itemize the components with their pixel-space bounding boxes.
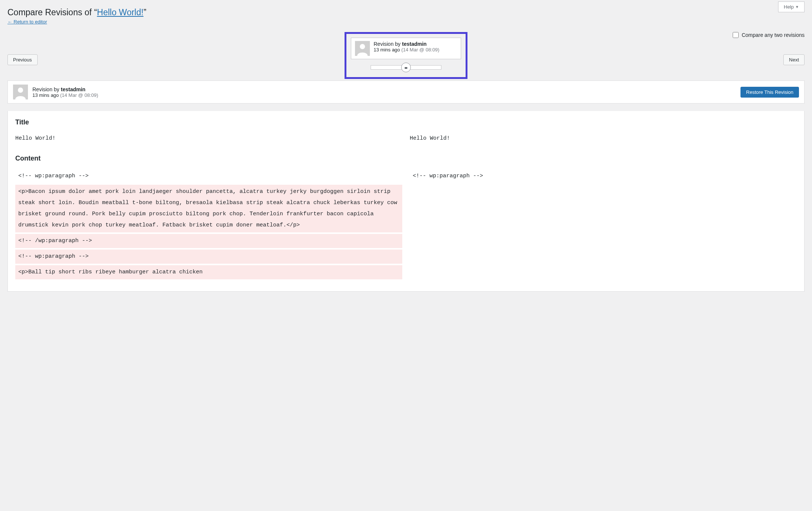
avatar bbox=[13, 85, 28, 99]
diff-title-right: Hello World! bbox=[410, 133, 797, 144]
chevron-down-icon: ▼ bbox=[795, 5, 799, 9]
diff-line: <!-- wp:paragraph --> bbox=[410, 169, 797, 183]
drag-handle-icon: ◂▸ bbox=[404, 66, 408, 70]
diff-line: <!-- /wp:paragraph --> bbox=[15, 234, 402, 248]
slider-handle[interactable]: ◂▸ bbox=[401, 63, 411, 72]
diff-line: <!-- wp:paragraph --> bbox=[15, 169, 402, 183]
diff-panel: Title Hello World! Hello World! Content … bbox=[7, 111, 805, 292]
diff-line: <p>Ball tip short ribs ribeye hamburger … bbox=[15, 265, 402, 279]
meta-author-line: Revision by testadmin bbox=[32, 86, 98, 92]
diff-content-heading: Content bbox=[15, 155, 797, 162]
revision-tooltip-highlight: Revision by testadmin 13 mins ago (14 Ma… bbox=[345, 32, 467, 79]
help-label: Help bbox=[784, 4, 794, 10]
restore-revision-button[interactable]: Restore This Revision bbox=[740, 87, 799, 98]
svg-point-1 bbox=[360, 44, 365, 49]
revision-slider[interactable]: ◂▸ bbox=[371, 65, 441, 70]
svg-point-3 bbox=[18, 88, 23, 93]
revision-meta-bar: Revision by testadmin 13 mins ago (14 Ma… bbox=[7, 80, 805, 104]
diff-content-left: <!-- wp:paragraph --><p>Bacon ipsum dolo… bbox=[15, 169, 402, 281]
diff-line: <p>Bacon ipsum dolor amet pork loin land… bbox=[15, 185, 402, 232]
tooltip-author-line: Revision by testadmin bbox=[374, 41, 440, 47]
compare-checkbox[interactable] bbox=[733, 32, 739, 38]
compare-toggle: Compare any two revisions bbox=[733, 32, 805, 38]
previous-button[interactable]: Previous bbox=[7, 54, 38, 65]
compare-toggle-label: Compare any two revisions bbox=[742, 32, 805, 38]
meta-date-line: 13 mins ago (14 Mar @ 08:09) bbox=[32, 92, 98, 98]
help-tab[interactable]: Help ▼ bbox=[778, 1, 805, 12]
diff-title-heading: Title bbox=[15, 118, 797, 126]
post-title-link[interactable]: Hello World! bbox=[97, 7, 143, 17]
tooltip-date-line: 13 mins ago (14 Mar @ 08:09) bbox=[374, 47, 440, 53]
avatar bbox=[355, 41, 370, 56]
return-to-editor-link[interactable]: ← Return to editor bbox=[7, 19, 47, 25]
next-button[interactable]: Next bbox=[783, 54, 805, 65]
diff-content-right: <!-- wp:paragraph --> bbox=[410, 169, 797, 281]
page-title: Compare Revisions of “Hello World!” bbox=[7, 0, 805, 19]
diff-line: <!-- wp:paragraph --> bbox=[15, 250, 402, 264]
revision-tooltip: Revision by testadmin 13 mins ago (14 Ma… bbox=[351, 38, 461, 59]
diff-title-left: Hello World! bbox=[15, 133, 402, 144]
